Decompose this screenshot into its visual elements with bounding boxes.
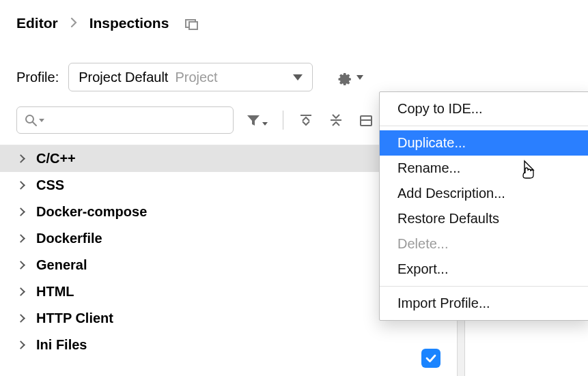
collapse-all-icon xyxy=(328,113,344,128)
show-in-new-window-icon[interactable] xyxy=(185,19,196,28)
popup-item[interactable]: Rename... xyxy=(380,156,588,181)
popup-item[interactable]: Import Profile... xyxy=(380,291,588,316)
profile-row: Profile: Project Default Project xyxy=(0,31,588,91)
gear-button[interactable] xyxy=(335,66,365,88)
profile-label: Profile: xyxy=(16,70,59,85)
inspection-checkbox[interactable] xyxy=(421,349,440,368)
tree-row-label: HTML xyxy=(36,284,74,300)
popup-item[interactable]: Export... xyxy=(380,257,588,282)
chevron-down-icon xyxy=(262,122,268,126)
popup-item[interactable]: Add Description... xyxy=(380,181,588,206)
tree-row-label: HTTP Client xyxy=(36,310,113,326)
profile-name: Project Default xyxy=(79,70,168,85)
chevron-right-icon[interactable] xyxy=(16,314,25,323)
search-input[interactable] xyxy=(16,106,234,134)
profile-select[interactable]: Project Default Project xyxy=(68,63,313,91)
breadcrumb-parent[interactable]: Editor xyxy=(16,15,58,31)
chevron-right-icon[interactable] xyxy=(16,154,25,163)
chevron-right-icon[interactable] xyxy=(16,207,25,216)
separator xyxy=(380,126,588,126)
tree-row-label: C/C++ xyxy=(36,151,76,167)
tree-row-label: General xyxy=(36,257,87,273)
profile-actions-popup: Copy to IDE...Duplicate...Rename...Add D… xyxy=(379,91,588,321)
popup-item[interactable]: Restore Defaults xyxy=(380,206,588,231)
chevron-down-icon xyxy=(39,119,44,122)
tree-row-label: Ini Files xyxy=(36,337,87,353)
tree-row[interactable]: Ini Files xyxy=(0,332,588,358)
popup-item[interactable]: Copy to IDE... xyxy=(380,96,588,121)
checkmark-icon xyxy=(425,352,437,364)
separator xyxy=(283,111,283,130)
tree-row-label: Docker-compose xyxy=(36,204,147,220)
chevron-right-icon[interactable] xyxy=(16,234,25,243)
chevron-right-icon[interactable] xyxy=(16,341,25,349)
profile-scope: Project xyxy=(175,70,217,85)
gear-icon xyxy=(336,69,352,85)
breadcrumb: Editor Inspections xyxy=(0,0,588,31)
chevron-down-icon xyxy=(293,74,303,81)
reset-icon xyxy=(359,113,374,128)
popup-item[interactable]: Duplicate... xyxy=(380,130,588,156)
chevron-down-icon xyxy=(356,75,363,80)
filter-button[interactable] xyxy=(246,113,268,127)
tree-row-label: Dockerfile xyxy=(36,231,102,246)
reset-button[interactable] xyxy=(359,113,374,128)
tree-row-label: CSS xyxy=(36,177,64,193)
chevron-right-icon xyxy=(70,16,77,31)
search-icon xyxy=(24,113,38,127)
chevron-right-icon[interactable] xyxy=(16,287,25,296)
expand-all-button[interactable] xyxy=(298,113,313,128)
chevron-right-icon[interactable] xyxy=(16,261,25,270)
separator xyxy=(380,286,588,287)
svg-line-1 xyxy=(33,122,36,126)
collapse-all-button[interactable] xyxy=(328,113,344,128)
filter-icon xyxy=(246,113,261,127)
expand-all-icon xyxy=(298,113,313,128)
breadcrumb-current: Inspections xyxy=(89,15,169,31)
popup-item: Delete... xyxy=(380,231,588,257)
chevron-right-icon[interactable] xyxy=(16,181,25,190)
